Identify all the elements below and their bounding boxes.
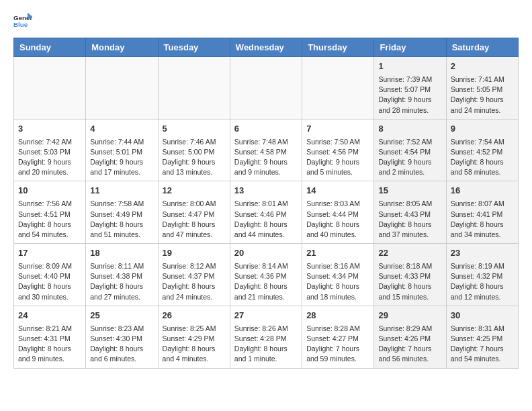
week-row-4: 17Sunrise: 8:09 AM Sunset: 4:40 PM Dayli… bbox=[14, 244, 519, 306]
day-number: 25 bbox=[90, 310, 153, 322]
weekday-header-friday: Friday bbox=[374, 38, 446, 57]
day-info: Sunrise: 7:54 AM Sunset: 4:52 PM Dayligh… bbox=[451, 138, 504, 177]
day-number: 13 bbox=[234, 185, 298, 197]
calendar-cell: 23Sunrise: 8:19 AM Sunset: 4:32 PM Dayli… bbox=[446, 244, 518, 306]
day-number: 8 bbox=[378, 123, 441, 136]
day-info: Sunrise: 8:00 AM Sunset: 4:47 PM Dayligh… bbox=[163, 199, 216, 238]
day-info: Sunrise: 7:44 AM Sunset: 5:01 PM Dayligh… bbox=[90, 138, 144, 177]
calendar-cell: 29Sunrise: 8:29 AM Sunset: 4:26 PM Dayli… bbox=[374, 306, 446, 368]
calendar-cell: 28Sunrise: 8:28 AM Sunset: 4:27 PM Dayli… bbox=[302, 306, 374, 368]
day-number: 21 bbox=[306, 247, 369, 260]
calendar-cell: 18Sunrise: 8:11 AM Sunset: 4:38 PM Dayli… bbox=[86, 244, 158, 306]
day-number: 18 bbox=[90, 247, 153, 260]
day-info: Sunrise: 7:52 AM Sunset: 4:54 PM Dayligh… bbox=[378, 138, 432, 177]
calendar-cell: 16Sunrise: 8:07 AM Sunset: 4:41 PM Dayli… bbox=[446, 181, 518, 244]
calendar-cell: 7Sunrise: 7:50 AM Sunset: 4:56 PM Daylig… bbox=[302, 119, 374, 181]
calendar-cell bbox=[230, 57, 302, 120]
day-number: 22 bbox=[378, 247, 441, 260]
calendar-cell bbox=[302, 57, 374, 120]
day-number: 26 bbox=[163, 310, 226, 322]
week-row-5: 24Sunrise: 8:21 AM Sunset: 4:31 PM Dayli… bbox=[14, 306, 519, 368]
calendar-body: 1Sunrise: 7:39 AM Sunset: 5:07 PM Daylig… bbox=[14, 57, 519, 369]
day-info: Sunrise: 7:42 AM Sunset: 5:03 PM Dayligh… bbox=[18, 138, 72, 177]
day-number: 23 bbox=[451, 247, 514, 260]
page: General Blue SundayMondayTuesdayWednesda… bbox=[0, 0, 532, 379]
day-info: Sunrise: 8:12 AM Sunset: 4:37 PM Dayligh… bbox=[163, 262, 216, 301]
day-number: 1 bbox=[378, 60, 441, 73]
calendar-cell bbox=[86, 57, 158, 120]
day-number: 11 bbox=[90, 185, 153, 197]
day-info: Sunrise: 8:18 AM Sunset: 4:33 PM Dayligh… bbox=[378, 262, 432, 301]
calendar-cell: 4Sunrise: 7:44 AM Sunset: 5:01 PM Daylig… bbox=[86, 119, 158, 181]
weekday-header-wednesday: Wednesday bbox=[230, 38, 302, 57]
day-info: Sunrise: 8:05 AM Sunset: 4:43 PM Dayligh… bbox=[378, 199, 432, 238]
calendar-cell bbox=[158, 57, 230, 120]
day-info: Sunrise: 7:39 AM Sunset: 5:07 PM Dayligh… bbox=[378, 75, 432, 114]
day-info: Sunrise: 8:14 AM Sunset: 4:36 PM Dayligh… bbox=[234, 262, 288, 301]
day-info: Sunrise: 8:07 AM Sunset: 4:41 PM Dayligh… bbox=[451, 199, 504, 238]
calendar-cell: 1Sunrise: 7:39 AM Sunset: 5:07 PM Daylig… bbox=[374, 57, 446, 120]
day-number: 5 bbox=[163, 123, 226, 136]
day-info: Sunrise: 8:21 AM Sunset: 4:31 PM Dayligh… bbox=[18, 324, 72, 363]
day-info: Sunrise: 7:56 AM Sunset: 4:51 PM Dayligh… bbox=[18, 199, 72, 238]
day-info: Sunrise: 8:03 AM Sunset: 4:44 PM Dayligh… bbox=[306, 199, 360, 238]
day-number: 4 bbox=[90, 123, 153, 136]
logo: General Blue bbox=[13, 11, 32, 30]
day-info: Sunrise: 8:16 AM Sunset: 4:34 PM Dayligh… bbox=[306, 262, 360, 301]
calendar-cell: 30Sunrise: 8:31 AM Sunset: 4:25 PM Dayli… bbox=[446, 306, 518, 368]
logo-icon: General Blue bbox=[13, 11, 32, 30]
week-row-3: 10Sunrise: 7:56 AM Sunset: 4:51 PM Dayli… bbox=[14, 181, 519, 244]
calendar-cell: 22Sunrise: 8:18 AM Sunset: 4:33 PM Dayli… bbox=[374, 244, 446, 306]
day-info: Sunrise: 8:01 AM Sunset: 4:46 PM Dayligh… bbox=[234, 199, 288, 238]
calendar-cell bbox=[14, 57, 86, 120]
day-info: Sunrise: 8:25 AM Sunset: 4:29 PM Dayligh… bbox=[163, 324, 216, 363]
calendar-cell: 20Sunrise: 8:14 AM Sunset: 4:36 PM Dayli… bbox=[230, 244, 302, 306]
day-info: Sunrise: 8:31 AM Sunset: 4:25 PM Dayligh… bbox=[451, 324, 504, 363]
day-number: 2 bbox=[451, 60, 514, 73]
day-number: 20 bbox=[234, 247, 298, 260]
day-info: Sunrise: 8:09 AM Sunset: 4:40 PM Dayligh… bbox=[18, 262, 72, 301]
calendar-cell: 9Sunrise: 7:54 AM Sunset: 4:52 PM Daylig… bbox=[446, 119, 518, 181]
day-info: Sunrise: 8:19 AM Sunset: 4:32 PM Dayligh… bbox=[451, 262, 504, 301]
calendar-cell: 10Sunrise: 7:56 AM Sunset: 4:51 PM Dayli… bbox=[14, 181, 86, 244]
calendar-cell: 21Sunrise: 8:16 AM Sunset: 4:34 PM Dayli… bbox=[302, 244, 374, 306]
week-row-2: 3Sunrise: 7:42 AM Sunset: 5:03 PM Daylig… bbox=[14, 119, 519, 181]
day-number: 29 bbox=[378, 310, 441, 322]
calendar-cell: 3Sunrise: 7:42 AM Sunset: 5:03 PM Daylig… bbox=[14, 119, 86, 181]
day-info: Sunrise: 8:11 AM Sunset: 4:38 PM Dayligh… bbox=[90, 262, 144, 301]
weekday-row: SundayMondayTuesdayWednesdayThursdayFrid… bbox=[14, 38, 519, 57]
weekday-header-saturday: Saturday bbox=[446, 38, 518, 57]
day-number: 7 bbox=[306, 123, 369, 136]
calendar-cell: 6Sunrise: 7:48 AM Sunset: 4:58 PM Daylig… bbox=[230, 119, 302, 181]
calendar-cell: 19Sunrise: 8:12 AM Sunset: 4:37 PM Dayli… bbox=[158, 244, 230, 306]
day-number: 9 bbox=[451, 123, 514, 136]
day-number: 6 bbox=[234, 123, 298, 136]
day-number: 12 bbox=[163, 185, 226, 197]
day-number: 24 bbox=[18, 310, 81, 322]
day-info: Sunrise: 8:23 AM Sunset: 4:30 PM Dayligh… bbox=[90, 324, 144, 363]
day-info: Sunrise: 7:46 AM Sunset: 5:00 PM Dayligh… bbox=[163, 138, 216, 177]
day-info: Sunrise: 7:41 AM Sunset: 5:05 PM Dayligh… bbox=[451, 75, 504, 114]
day-info: Sunrise: 8:29 AM Sunset: 4:26 PM Dayligh… bbox=[378, 324, 432, 363]
day-number: 17 bbox=[18, 247, 81, 260]
week-row-1: 1Sunrise: 7:39 AM Sunset: 5:07 PM Daylig… bbox=[14, 57, 519, 120]
svg-text:Blue: Blue bbox=[13, 21, 28, 28]
calendar-cell: 2Sunrise: 7:41 AM Sunset: 5:05 PM Daylig… bbox=[446, 57, 518, 120]
day-info: Sunrise: 8:28 AM Sunset: 4:27 PM Dayligh… bbox=[306, 324, 360, 363]
weekday-header-tuesday: Tuesday bbox=[158, 38, 230, 57]
calendar-cell: 26Sunrise: 8:25 AM Sunset: 4:29 PM Dayli… bbox=[158, 306, 230, 368]
day-info: Sunrise: 8:26 AM Sunset: 4:28 PM Dayligh… bbox=[234, 324, 288, 363]
day-number: 15 bbox=[378, 185, 441, 197]
calendar-cell: 24Sunrise: 8:21 AM Sunset: 4:31 PM Dayli… bbox=[14, 306, 86, 368]
calendar-cell: 13Sunrise: 8:01 AM Sunset: 4:46 PM Dayli… bbox=[230, 181, 302, 244]
calendar-header: SundayMondayTuesdayWednesdayThursdayFrid… bbox=[14, 38, 519, 57]
day-number: 19 bbox=[163, 247, 226, 260]
weekday-header-thursday: Thursday bbox=[302, 38, 374, 57]
weekday-header-sunday: Sunday bbox=[14, 38, 86, 57]
calendar-cell: 5Sunrise: 7:46 AM Sunset: 5:00 PM Daylig… bbox=[158, 119, 230, 181]
day-number: 28 bbox=[306, 310, 369, 322]
calendar-cell: 25Sunrise: 8:23 AM Sunset: 4:30 PM Dayli… bbox=[86, 306, 158, 368]
calendar-cell: 8Sunrise: 7:52 AM Sunset: 4:54 PM Daylig… bbox=[374, 119, 446, 181]
day-number: 14 bbox=[306, 185, 369, 197]
day-info: Sunrise: 7:48 AM Sunset: 4:58 PM Dayligh… bbox=[234, 138, 288, 177]
